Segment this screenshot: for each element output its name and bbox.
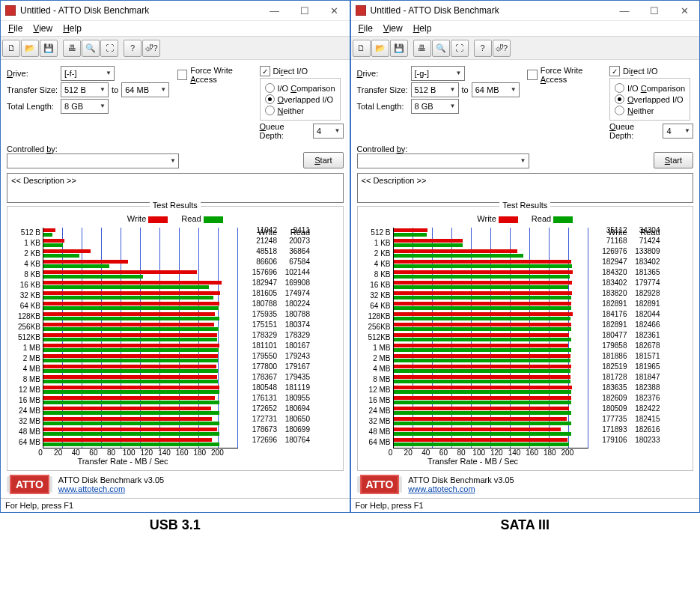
expand-icon[interactable]: ⛶	[451, 40, 469, 57]
menu-help[interactable]: Help	[409, 22, 436, 35]
menu-view[interactable]: View	[379, 22, 407, 35]
ovl-radio[interactable]	[265, 94, 275, 104]
open-icon[interactable]: 📂	[21, 40, 39, 57]
read-bar	[43, 275, 143, 279]
read-bar	[394, 443, 569, 446]
bar-row	[43, 228, 238, 238]
menu-help[interactable]: Help	[58, 22, 86, 35]
write-bar	[394, 365, 571, 368]
whatsthis-icon[interactable]: ⮰?	[493, 40, 511, 57]
read-bar	[43, 327, 219, 331]
drive-select[interactable]: [-g-]	[411, 66, 465, 81]
read-bar	[43, 233, 52, 237]
menu-file[interactable]: File	[4, 22, 27, 35]
xfer-to-select[interactable]: 64 MB	[121, 82, 169, 97]
xfer-from-select[interactable]: 512 B	[61, 82, 109, 97]
x-axis-labels: 020406080100120140160180200	[391, 448, 585, 457]
open-icon[interactable]: 📂	[371, 40, 389, 57]
start-button[interactable]: Start	[654, 152, 693, 168]
cmp-radio[interactable]	[265, 83, 275, 93]
zoom-icon[interactable]: 🔍	[82, 40, 100, 57]
write-bar	[394, 333, 570, 337]
maximize-button[interactable]: ☐	[290, 1, 320, 20]
save-icon[interactable]: 💾	[40, 40, 58, 57]
value-row: 184176182044	[594, 310, 660, 320]
read-bar	[43, 359, 218, 362]
read-bar	[43, 401, 219, 404]
bar-row	[43, 364, 238, 374]
value-row: 179550179243	[244, 352, 310, 362]
close-button[interactable]: ✕	[669, 1, 699, 20]
whatsthis-icon[interactable]: ⮰?	[142, 40, 160, 57]
new-icon[interactable]: 🗋	[353, 40, 371, 57]
description-input[interactable]: << Description >>	[357, 173, 694, 203]
bar-row	[43, 291, 238, 301]
bar-row	[394, 270, 588, 280]
save-icon[interactable]: 💾	[390, 40, 408, 57]
minimize-button[interactable]: —	[260, 1, 290, 20]
write-bar	[43, 407, 211, 410]
read-bar	[394, 359, 570, 362]
new-icon[interactable]: 🗋	[2, 40, 20, 57]
ctrl-select[interactable]	[357, 153, 529, 168]
fwa-checkbox[interactable]	[177, 70, 188, 80]
cmp-radio[interactable]	[615, 83, 624, 93]
ovl-radio[interactable]	[615, 94, 624, 104]
cmp-label: I/O Com­parison	[278, 84, 335, 93]
value-row: 182947169908	[244, 279, 310, 289]
maximize-button[interactable]: ☐	[639, 1, 669, 20]
drive-select[interactable]: [-f-]	[61, 66, 115, 81]
vendor-link[interactable]: www.attotech.com	[58, 484, 125, 493]
qd-select[interactable]: 4	[313, 124, 344, 139]
status-bar: For Help, press F1	[1, 498, 350, 512]
legend-write: Write	[477, 214, 496, 223]
value-row: 182891182466	[594, 320, 660, 331]
write-bar	[43, 438, 212, 442]
print-icon[interactable]: 🖶	[413, 40, 431, 57]
start-button[interactable]: Start	[303, 152, 343, 168]
expand-icon[interactable]: ⛶	[100, 40, 118, 57]
legend-write: Write	[127, 214, 146, 223]
write-bar	[394, 396, 571, 400]
ctrl-select[interactable]	[7, 153, 179, 168]
bar-row	[43, 416, 238, 427]
bar-row	[43, 322, 238, 332]
xfer-from-select[interactable]: 512 B	[411, 82, 459, 97]
write-bar	[43, 228, 55, 232]
value-row: 183820182928	[594, 289, 660, 299]
ctrl-label: Controlled by:	[357, 145, 654, 153]
value-row: 181886181571	[594, 352, 660, 362]
qd-label: Queue Depth:	[260, 122, 308, 140]
x-axis-title: Transfer Rate - MB / Sec	[361, 457, 585, 466]
value-row: 8660667584	[244, 258, 310, 268]
read-bar	[43, 254, 79, 258]
fwa-label: Force Write Access	[190, 66, 259, 84]
write-bar	[394, 291, 573, 295]
write-bar	[43, 417, 212, 421]
write-bar	[43, 375, 217, 379]
menu-file[interactable]: File	[354, 22, 377, 35]
close-button[interactable]: ✕	[320, 1, 350, 20]
xfer-to-select[interactable]: 64 MB	[472, 82, 520, 97]
nei-radio[interactable]	[615, 106, 624, 115]
help-icon[interactable]: ?	[474, 40, 492, 57]
xfer-label: Transfer Size:	[7, 85, 61, 94]
dio-checkbox[interactable]: ✓	[260, 66, 270, 76]
menu-view[interactable]: View	[28, 22, 57, 35]
len-select[interactable]: 8 GB	[411, 99, 459, 114]
description-input[interactable]: << Description >>	[7, 173, 344, 203]
write-bar	[394, 270, 573, 274]
minimize-button[interactable]: —	[609, 1, 639, 20]
print-icon[interactable]: 🖶	[63, 40, 81, 57]
dio-checkbox[interactable]: ✓	[609, 66, 620, 76]
fwa-checkbox[interactable]	[527, 70, 538, 80]
zoom-icon[interactable]: 🔍	[432, 40, 450, 57]
len-select[interactable]: 8 GB	[61, 99, 109, 114]
qd-select[interactable]: 4	[663, 124, 693, 139]
help-icon[interactable]: ?	[124, 40, 141, 57]
value-row: 175151180374	[244, 320, 310, 331]
nei-radio[interactable]	[265, 106, 275, 115]
vendor-link[interactable]: www.attotech.com	[408, 484, 475, 493]
app-icon	[5, 5, 16, 16]
status-bar: For Help, press F1	[351, 498, 700, 512]
